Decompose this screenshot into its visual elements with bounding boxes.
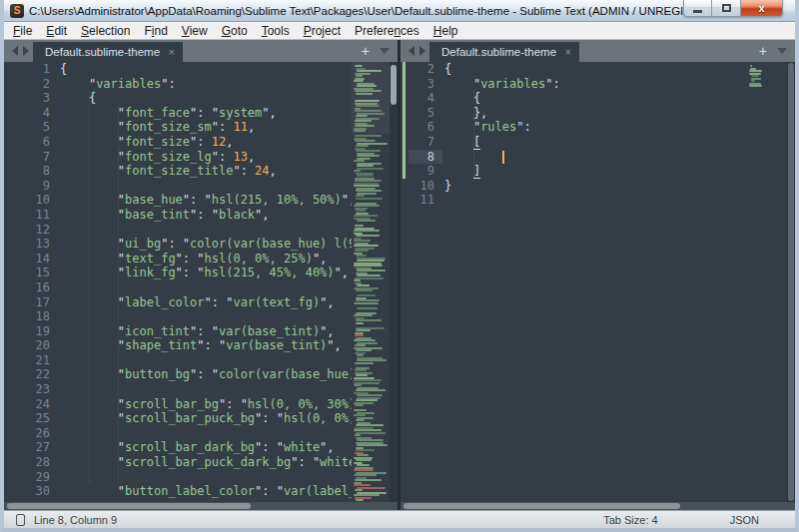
minimap-line (356, 322, 364, 324)
vertical-scroll-puck[interactable] (788, 63, 794, 501)
minimap-line (356, 195, 365, 197)
menu-selection[interactable]: Selection (74, 23, 137, 39)
menu-edit[interactable]: Edit (39, 23, 74, 39)
tab-actions: + (362, 40, 390, 62)
line-number: 10 (408, 179, 434, 194)
minimap-left[interactable] (352, 62, 390, 502)
code-line: "base_hue": "hsl(215, 10%, 50%)", (60, 193, 352, 208)
menu-preferences[interactable]: Preferences (348, 23, 426, 39)
horizontal-scroll-puck[interactable] (403, 503, 680, 509)
menu-goto[interactable]: Goto (215, 23, 255, 39)
code-line: "icon_tint": "var(base_tint)", (60, 324, 352, 339)
code-line (60, 470, 352, 485)
vertical-scrollbar-left[interactable] (390, 62, 398, 502)
line-number: 9 (4, 179, 50, 194)
minimize-button[interactable] (683, 0, 712, 17)
menu-project[interactable]: Project (297, 23, 348, 39)
line-number: 27 (4, 440, 50, 455)
panel-switcher-icon[interactable] (16, 514, 25, 526)
minimap-line (356, 198, 383, 200)
minimap-line (354, 265, 383, 266)
minimap-line (357, 307, 378, 309)
tab-scroll-right-icon[interactable] (23, 46, 29, 56)
text-cursor (502, 151, 504, 164)
line-number: 4 (4, 106, 50, 121)
line-number: 22 (4, 367, 50, 382)
minimap-line (355, 362, 374, 364)
minimap-line (357, 155, 380, 157)
code-area-right[interactable]: { "variables": { }, "rules": [ ]} (444, 62, 745, 502)
tab-default-sublime-theme[interactable]: Default.sublime-theme × (429, 42, 579, 62)
minimap-line (355, 250, 369, 252)
minimap-line (356, 349, 372, 351)
code-line: "scroll_bar_puck_bg": "hsl(0, 0%, 30%)", (60, 411, 352, 426)
new-tab-icon[interactable]: + (362, 44, 370, 58)
tab-close-icon[interactable]: × (565, 46, 571, 58)
line-number: 8 (408, 150, 434, 165)
horizontal-scrollbar-left[interactable] (4, 502, 398, 510)
tab-bar-right: Default.sublime-theme × + (400, 40, 795, 62)
minimap-right[interactable] (747, 62, 785, 502)
menu-view[interactable]: View (175, 23, 215, 39)
tab-size-status[interactable]: Tab Size: 4 (603, 514, 657, 526)
maximize-icon (722, 4, 731, 12)
minimap-line (356, 449, 375, 451)
new-tab-icon[interactable]: + (759, 44, 767, 58)
menu-file[interactable]: File (6, 23, 39, 39)
editor-left[interactable]: 1234567891011121314151617181920212223242… (4, 62, 398, 510)
code-line (444, 150, 745, 165)
minimize-icon (693, 10, 702, 13)
minimap-line (356, 255, 367, 257)
menu-help[interactable]: Help (426, 23, 465, 39)
minimap-line (356, 145, 369, 147)
minimap-line (355, 479, 382, 481)
menu-find[interactable]: Find (137, 23, 174, 39)
syntax-status[interactable]: JSON (730, 514, 759, 526)
title-bar[interactable]: S C:\Users\Administrator\AppData\Roaming… (4, 0, 795, 22)
minimap-line (357, 168, 384, 170)
line-number: 15 (4, 266, 50, 280)
minimap-viewport[interactable] (352, 62, 390, 134)
minimap-line (356, 374, 368, 376)
code-line: "rules": (444, 120, 745, 135)
tab-overflow-icon[interactable] (777, 48, 787, 54)
horizontal-scrollbar-right[interactable] (400, 502, 795, 510)
line-number: 13 (4, 237, 50, 252)
tab-scroll-right-icon[interactable] (419, 46, 425, 56)
code-line: { (444, 62, 745, 77)
vertical-scrollbar-right[interactable] (787, 62, 795, 502)
horizontal-scroll-puck[interactable] (7, 503, 251, 509)
line-number: 28 (4, 455, 50, 470)
code-line: "font_size_title": 24, (60, 164, 352, 179)
minimap-line (354, 185, 380, 187)
minimap-line (354, 302, 379, 304)
minimap-line (354, 160, 365, 162)
tab-close-icon[interactable]: × (169, 46, 175, 58)
minimap-line (357, 274, 381, 276)
menu-tools[interactable]: Tools (255, 23, 297, 39)
minimap-line (357, 394, 383, 396)
line-number: 6 (408, 120, 434, 135)
minimap-line (354, 170, 361, 172)
close-button[interactable]: x (740, 0, 783, 17)
editor-right[interactable]: 234567891011 { "variables": { }, "rules"… (400, 62, 795, 510)
tab-default-sublime-theme[interactable]: Default.sublime-theme × (33, 42, 183, 62)
code-area-left[interactable]: { "variables": { "font_face": "system", … (60, 62, 352, 502)
code-line: "ui_bg": "color(var(base_hue) l(93%))", (60, 237, 352, 252)
minimap-line (354, 409, 367, 411)
minimap-line (356, 459, 372, 461)
minimap-line (355, 135, 382, 137)
code-line: "font_size_lg": 13, (60, 150, 352, 165)
minimap-line (355, 334, 364, 336)
tab-overflow-icon[interactable] (380, 48, 390, 54)
vertical-scroll-puck[interactable] (391, 65, 397, 105)
window-controls: x (683, 0, 783, 17)
tab-scroll-left-icon[interactable] (408, 46, 414, 56)
line-number: 17 (4, 295, 50, 310)
code-line: "button_label_color": "var(label_color)"… (60, 484, 352, 499)
line-number: 7 (4, 150, 50, 165)
minimap-line (355, 369, 367, 371)
maximize-button[interactable] (712, 0, 740, 17)
minimap-line (357, 284, 370, 286)
tab-scroll-left-icon[interactable] (12, 46, 18, 56)
